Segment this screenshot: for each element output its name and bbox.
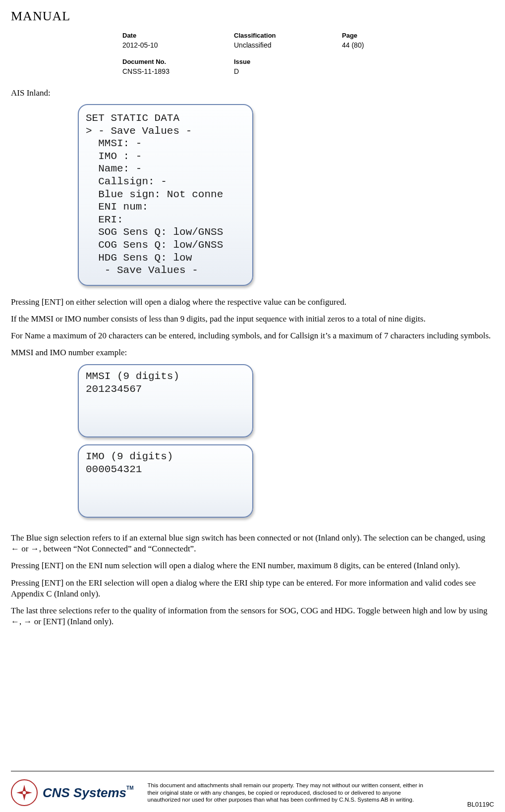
paragraph: The last three selections refer to the q… bbox=[11, 605, 494, 627]
lcd-screen-static-data: SET STATIC DATA > - Save Values - MMSI: … bbox=[78, 104, 253, 286]
intro-label: AIS Inland: bbox=[11, 88, 494, 98]
paragraph: MMSI and IMO number example: bbox=[11, 347, 494, 358]
compass-icon bbox=[11, 779, 38, 806]
page-code: BL0119C bbox=[467, 801, 494, 808]
lcd1-line: > - Save Values - bbox=[86, 125, 192, 137]
paragraph: Pressing [ENT] on either selection will … bbox=[11, 297, 494, 308]
lcd1-line: Callsign: - bbox=[86, 176, 167, 187]
lcd1-line: SET STATIC DATA bbox=[86, 112, 179, 124]
meta-class-label: Classification bbox=[234, 32, 342, 39]
lcd-screen-mmsi: MMSI (9 digits) 201234567 bbox=[78, 364, 253, 437]
document-title: MANUAL bbox=[11, 9, 494, 24]
lcd1-line: COG Sens Q: low/GNSS bbox=[86, 239, 223, 251]
company-logo: CNS SystemsTM bbox=[11, 779, 134, 806]
lcd1-line: Blue sign: Not conne bbox=[86, 189, 223, 200]
paragraph: The Blue sign selection refers to if an … bbox=[11, 533, 494, 554]
lcd2-line: 201234567 bbox=[86, 383, 142, 395]
meta-issue-value: D bbox=[234, 67, 342, 75]
lcd-screen-imo: IMO (9 digits) 000054321 bbox=[78, 444, 253, 518]
trademark-symbol: TM bbox=[126, 785, 133, 791]
lcd1-line: ENI num: bbox=[86, 201, 148, 213]
lcd2-line: MMSI (9 digits) bbox=[86, 371, 179, 382]
page-footer: CNS SystemsTM This document and attachme… bbox=[11, 771, 494, 806]
meta-docno-value: CNSS-11-1893 bbox=[122, 67, 234, 75]
svg-point-2 bbox=[22, 791, 26, 795]
meta-date-label: Date bbox=[122, 32, 234, 39]
meta-page-value: 44 (80) bbox=[342, 41, 431, 49]
lcd1-line: Name: - bbox=[86, 163, 142, 174]
document-meta: Date Classification Page 2012-05-10 Uncl… bbox=[122, 32, 494, 75]
lcd1-line: HDG Sens Q: low bbox=[86, 252, 192, 264]
paragraph: Pressing [ENT] on the ERI selection will… bbox=[11, 578, 494, 599]
paragraph: If the MMSI or IMO number consists of le… bbox=[11, 314, 494, 325]
meta-docno-label: Document No. bbox=[122, 58, 234, 65]
meta-page-label: Page bbox=[342, 32, 431, 39]
footer-disclaimer: This document and attachments shall rema… bbox=[148, 782, 425, 803]
lcd3-line: 000054321 bbox=[86, 464, 142, 475]
paragraph: For Name a maximum of 20 characters can … bbox=[11, 330, 494, 341]
lcd3-line: IMO (9 digits) bbox=[86, 451, 173, 462]
paragraph: Pressing [ENT] on the ENI num selection … bbox=[11, 560, 494, 571]
lcd1-line: - Save Values - bbox=[86, 265, 198, 276]
meta-issue-label: Issue bbox=[234, 58, 342, 65]
lcd1-line: IMO : - bbox=[86, 151, 142, 162]
lcd1-line: SOG Sens Q: low/GNSS bbox=[86, 226, 223, 238]
lcd1-line: ERI: bbox=[86, 214, 123, 225]
meta-date-value: 2012-05-10 bbox=[122, 41, 234, 49]
lcd1-line: MMSI: - bbox=[86, 138, 142, 149]
company-name: CNS Systems bbox=[43, 785, 126, 800]
meta-class-value: Unclassified bbox=[234, 41, 342, 49]
